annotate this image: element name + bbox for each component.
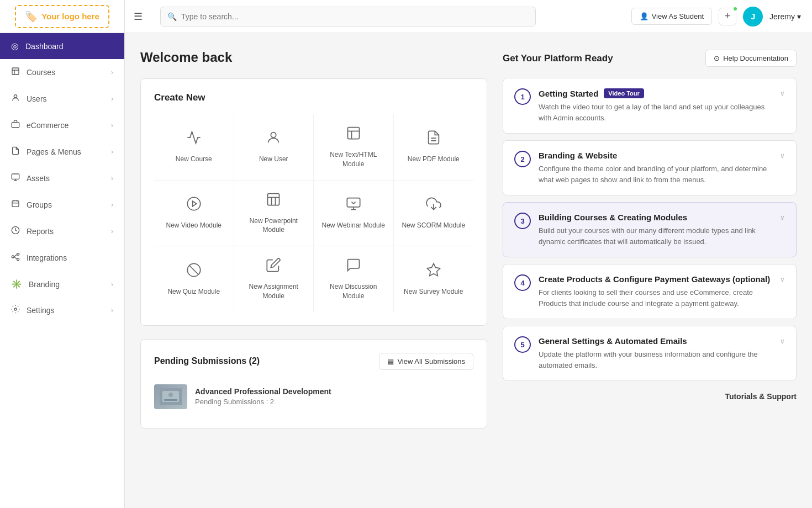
module-label: New Survey Module: [404, 287, 463, 297]
text-html-icon: [346, 125, 361, 145]
sidebar-item-courses[interactable]: Courses ›: [0, 59, 124, 86]
sidebar-item-label: eCommerce: [27, 121, 104, 130]
step-number: 2: [514, 151, 531, 167]
avatar: J: [743, 7, 763, 27]
step-content: Branding & Website Configure the theme c…: [539, 151, 772, 185]
svg-rect-3: [12, 174, 19, 179]
users-icon: [11, 93, 20, 104]
step-title-row: Create Products & Configure Payment Gate…: [539, 274, 772, 284]
right-panel: Get Your Platform Ready ⊙ Help Documenta…: [503, 33, 812, 508]
logo-box[interactable]: 🏷️ Your logo here: [15, 5, 109, 28]
chevron-icon: ›: [111, 227, 113, 235]
step-chevron-icon[interactable]: ∨: [780, 213, 785, 221]
module-new-text-html[interactable]: New Text/HTML Module: [314, 114, 394, 181]
groups-icon: [11, 199, 20, 210]
chevron-icon: ›: [111, 68, 113, 76]
module-new-user[interactable]: New User: [234, 114, 314, 181]
hamburger-menu[interactable]: ☰: [125, 10, 151, 23]
sidebar-item-groups[interactable]: Groups ›: [0, 192, 124, 218]
user-icon: [266, 130, 281, 149]
svg-rect-18: [347, 128, 359, 139]
video-icon: [186, 196, 202, 215]
ecommerce-icon: [11, 120, 20, 131]
plus-icon: +: [725, 10, 731, 22]
step-chevron-icon[interactable]: ∨: [780, 336, 785, 345]
module-new-scorm[interactable]: New SCORM Module: [394, 181, 474, 247]
search-icon: 🔍: [167, 12, 177, 21]
branding-icon: ✳️: [11, 279, 22, 289]
help-documentation-button[interactable]: ⊙ Help Documentation: [705, 50, 797, 67]
plus-button[interactable]: +: [719, 8, 736, 25]
sidebar-item-ecommerce[interactable]: eCommerce ›: [0, 112, 124, 139]
scorm-icon: [426, 196, 441, 215]
module-new-assignment[interactable]: New Assignment Module: [234, 246, 314, 312]
user-name-label: Jeremy: [769, 12, 795, 21]
page-title: Welcome back: [140, 50, 487, 65]
integrations-icon: [11, 252, 20, 263]
sidebar-item-integrations[interactable]: Integrations: [0, 245, 124, 271]
step-title: Create Products & Configure Payment Gate…: [539, 274, 770, 284]
step-title: General Settings & Automated Emails: [539, 336, 687, 346]
create-new-title: Create New: [154, 92, 473, 103]
svg-line-15: [14, 257, 17, 259]
submission-thumbnail: [154, 384, 187, 409]
view-as-student-button[interactable]: 👤 View As Student: [631, 8, 712, 25]
module-new-course[interactable]: New Course: [154, 114, 234, 181]
module-new-pdf[interactable]: New PDF Module: [394, 114, 474, 181]
module-new-video[interactable]: New Video Module: [154, 181, 234, 247]
step-chevron-icon[interactable]: ∨: [780, 274, 785, 283]
step-description: Build out your courses with our many dif…: [539, 225, 772, 247]
module-new-powerpoint[interactable]: New Powerpoint Module: [234, 181, 314, 247]
sidebar-item-label: Pages & Menus: [27, 147, 104, 156]
sidebar-item-branding[interactable]: ✳️ Branding ›: [0, 271, 124, 297]
help-icon: ⊙: [714, 54, 720, 62]
module-label: New Webinar Module: [322, 221, 386, 230]
svg-line-34: [189, 265, 198, 274]
step-number: 3: [514, 213, 531, 229]
search-input[interactable]: [181, 12, 529, 21]
svg-rect-25: [268, 193, 280, 205]
pending-submissions-panel: Pending Submissions (2) ▤ View All Submi…: [140, 339, 487, 428]
submission-info: Advanced Professional Development Pendin…: [195, 387, 331, 406]
module-new-survey[interactable]: New Survey Module: [394, 246, 474, 312]
step-chevron-icon[interactable]: ∨: [780, 88, 785, 97]
sidebar-item-reports[interactable]: Reports ›: [0, 218, 124, 245]
tutorials-support-link[interactable]: Tutorials & Support: [503, 388, 797, 405]
step-title-row: Branding & Website: [539, 151, 772, 160]
sidebar-item-assets[interactable]: Assets ›: [0, 165, 124, 192]
step-description: For clients looking to sell their course…: [539, 287, 772, 309]
module-new-discussion[interactable]: New Discussion Module: [314, 246, 394, 312]
step-description: Update the platform with your business i…: [539, 349, 772, 371]
chevron-icon: ›: [111, 201, 113, 209]
module-new-webinar[interactable]: New Webinar Module: [314, 181, 394, 247]
svg-point-12: [17, 253, 19, 255]
module-new-quiz[interactable]: New Quiz Module: [154, 246, 234, 312]
module-label: New Assignment Module: [240, 282, 308, 301]
sidebar-item-pages-menus[interactable]: Pages & Menus ›: [0, 139, 124, 165]
pdf-icon: [426, 130, 441, 149]
platform-header: Get Your Platform Ready ⊙ Help Documenta…: [503, 50, 797, 67]
view-all-submissions-button[interactable]: ▤ View All Submissions: [379, 353, 473, 370]
module-label: New User: [259, 155, 288, 164]
step-title-row: Getting Started Video Tour: [539, 88, 772, 98]
module-label: New Powerpoint Module: [240, 216, 308, 235]
step-number: 5: [514, 336, 531, 353]
video-tour-badge: Video Tour: [604, 88, 644, 98]
module-label: New Discussion Module: [319, 282, 388, 301]
logo-icon: 🏷️: [25, 10, 37, 23]
dashboard-icon: ◎: [11, 41, 19, 51]
user-menu[interactable]: Jeremy ▾: [769, 12, 801, 21]
sidebar-item-dashboard[interactable]: ◎ Dashboard: [0, 33, 124, 59]
powerpoint-icon: [266, 192, 281, 211]
platform-title: Get Your Platform Ready: [503, 53, 613, 64]
step-title-row: Building Courses & Creating Modules: [539, 213, 772, 222]
sidebar-item-label: Reports: [27, 227, 104, 236]
course-icon: [186, 130, 202, 149]
svg-point-23: [187, 197, 200, 210]
step-chevron-icon[interactable]: ∨: [780, 151, 785, 160]
sidebar-item-settings[interactable]: Settings ›: [0, 297, 124, 324]
settings-icon: [11, 305, 20, 316]
sidebar-item-users[interactable]: Users ›: [0, 86, 124, 112]
module-label: New Course: [176, 155, 212, 164]
webinar-icon: [346, 196, 361, 215]
